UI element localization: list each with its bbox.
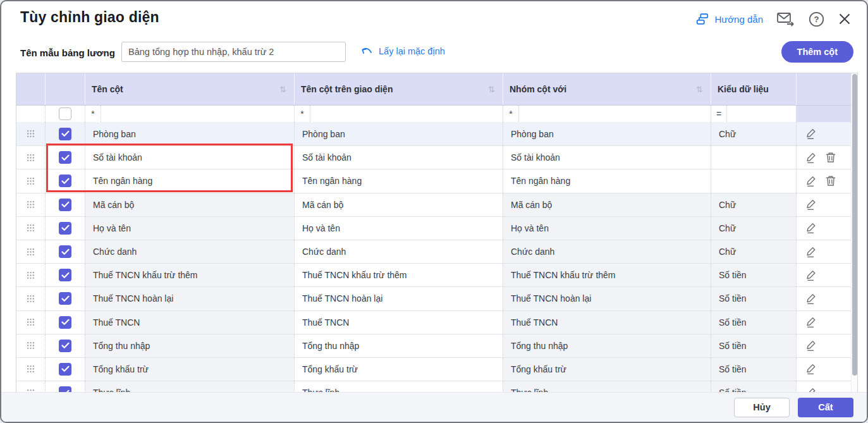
cancel-button[interactable]: Hủy <box>734 398 790 417</box>
drag-handle[interactable] <box>16 169 45 192</box>
filter-operator[interactable]: * <box>503 109 518 119</box>
pencil-icon <box>805 222 817 234</box>
cell-ten-cot-giao-dien[interactable]: Phòng ban <box>294 122 503 145</box>
edit-button[interactable] <box>805 175 817 187</box>
dots-grid-icon <box>27 295 35 303</box>
table-row[interactable]: Chức danh Chức danh Chức danh Chữ <box>16 240 851 263</box>
edit-button[interactable] <box>805 128 817 140</box>
pencil-icon <box>805 316 817 328</box>
scrollbar-thumb[interactable] <box>852 74 857 376</box>
delete-button[interactable] <box>826 152 836 163</box>
vertical-scrollbar[interactable] <box>851 73 857 395</box>
delete-button[interactable] <box>826 175 836 187</box>
filter-input-kieu-du-lieu[interactable] <box>726 106 796 122</box>
row-checkbox[interactable] <box>59 199 71 211</box>
help-icon[interactable]: ? <box>809 11 824 27</box>
row-checkbox-cell <box>45 217 85 240</box>
edit-button[interactable] <box>805 199 817 211</box>
cell-nhom-cot-voi: Mã cán bộ <box>503 193 711 216</box>
check-icon <box>61 201 70 208</box>
edit-button[interactable] <box>805 340 817 352</box>
cell-ten-cot: Thuế TNCN hoàn lại <box>85 287 294 310</box>
save-button[interactable]: Cất <box>798 398 853 417</box>
trash-icon <box>826 152 836 163</box>
drag-handle[interactable] <box>16 264 45 286</box>
table-row[interactable]: Phòng ban Phòng ban Phòng ban Chữ <box>16 122 851 145</box>
close-icon[interactable] <box>838 12 852 26</box>
filter-input-nhom-cot-voi[interactable] <box>518 106 711 122</box>
table-row[interactable]: Thuế TNCN hoàn lại Thuế TNCN hoàn lại Th… <box>16 286 851 310</box>
cell-ten-cot-giao-dien[interactable]: Họ và tên <box>294 217 503 240</box>
check-icon <box>61 130 70 137</box>
reset-default-link[interactable]: Lấy lại mặc định <box>360 46 445 56</box>
row-checkbox-cell <box>45 311 85 334</box>
cell-kieu-du-lieu: Chữ <box>711 193 796 216</box>
column-header-nhom-cot-voi[interactable]: Nhóm cột với ⇅ <box>503 73 711 105</box>
drag-handle[interactable] <box>16 334 45 357</box>
cell-ten-cot-giao-dien[interactable]: Tên ngân hàng <box>294 169 503 192</box>
cell-ten-cot-giao-dien[interactable]: Thuế TNCN khấu trừ thêm <box>294 264 503 286</box>
drag-handle[interactable] <box>16 122 45 145</box>
table-row[interactable]: Họ và tên Họ và tên Họ và tên Chữ <box>16 216 851 240</box>
table-row[interactable]: Mã cán bộ Mã cán bộ Mã cán bộ Chữ <box>16 193 851 216</box>
cell-ten-cot-giao-dien[interactable]: Thuế TNCN <box>294 311 503 334</box>
column-header-ten-cot[interactable]: Tên cột ⇅ <box>85 73 294 105</box>
table-row[interactable]: Tổng khấu trừ Tổng khấu trừ Tổng khấu tr… <box>16 357 851 381</box>
table-row[interactable]: Tên ngân hàng Tên ngân hàng Tên ngân hàn… <box>16 169 851 192</box>
row-checkbox[interactable] <box>59 269 71 281</box>
guide-link[interactable]: Hướng dẫn <box>695 12 763 26</box>
row-checkbox[interactable] <box>59 222 71 235</box>
table-row[interactable]: Thuế TNCN khấu trừ thêm Thuế TNCN khấu t… <box>16 263 851 286</box>
table-row[interactable]: Tổng thu nhập Tổng thu nhập Tổng thu nhậ… <box>16 334 851 357</box>
cell-ten-cot-giao-dien[interactable]: Tổng thu nhập <box>294 334 503 357</box>
row-checkbox[interactable] <box>59 340 71 352</box>
table-row[interactable]: Số tài khoản Số tài khoản Số tài khoản <box>16 145 851 169</box>
drag-handle[interactable] <box>16 311 45 334</box>
drag-handle[interactable] <box>16 146 45 169</box>
send-feedback-icon[interactable] <box>776 11 795 27</box>
filter-operator[interactable]: * <box>295 109 310 119</box>
add-column-button[interactable]: Thêm cột <box>781 41 853 63</box>
edit-button[interactable] <box>805 152 817 164</box>
dialog-footer: Hủy Cất <box>1 392 867 422</box>
sort-icon[interactable]: ⇅ <box>488 85 495 94</box>
dots-grid-icon <box>27 341 35 350</box>
cell-ten-cot-giao-dien[interactable]: Số tài khoản <box>294 146 503 169</box>
column-header-ten-cot-giao-dien[interactable]: Tên cột trên giao diện ⇅ <box>294 73 503 105</box>
row-checkbox[interactable] <box>59 316 71 329</box>
cell-ten-cot: Thuế TNCN khấu trừ thêm <box>85 264 294 286</box>
pencil-icon <box>805 175 817 187</box>
cell-ten-cot-giao-dien[interactable]: Tổng khấu trừ <box>294 358 503 381</box>
table-row[interactable]: Thuế TNCN Thuế TNCN Thuế TNCN Số tiền <box>16 310 851 334</box>
filter-operator[interactable]: = <box>711 109 726 119</box>
cell-ten-cot-giao-dien[interactable]: Chức danh <box>294 240 503 263</box>
edit-button[interactable] <box>805 269 817 281</box>
drag-handle[interactable] <box>16 217 45 240</box>
row-checkbox[interactable] <box>59 292 71 305</box>
select-all-checkbox[interactable] <box>59 107 71 120</box>
sort-icon[interactable]: ⇅ <box>696 85 703 94</box>
filter-cell-kieu-du-lieu: = <box>711 106 796 122</box>
filter-input-ten-cot[interactable] <box>101 106 294 122</box>
drag-handle[interactable] <box>16 193 45 216</box>
edit-button[interactable] <box>805 363 817 375</box>
cell-ten-cot-giao-dien[interactable]: Thuế TNCN hoàn lại <box>294 287 503 310</box>
cell-ten-cot-giao-dien[interactable]: Mã cán bộ <box>294 193 503 216</box>
row-checkbox[interactable] <box>59 151 71 164</box>
row-checkbox[interactable] <box>59 175 71 187</box>
drag-handle[interactable] <box>16 358 45 381</box>
edit-button[interactable] <box>805 246 817 258</box>
filter-operator[interactable]: * <box>85 109 101 119</box>
edit-button[interactable] <box>805 293 817 305</box>
edit-button[interactable] <box>805 222 817 234</box>
edit-button[interactable] <box>805 316 817 328</box>
template-name-input[interactable] <box>121 42 346 62</box>
drag-handle[interactable] <box>16 287 45 310</box>
column-header-kieu-du-lieu[interactable]: Kiểu dữ liệu <box>711 73 796 105</box>
row-checkbox[interactable] <box>59 363 71 376</box>
drag-handle[interactable] <box>16 240 45 263</box>
row-checkbox[interactable] <box>59 245 71 258</box>
sort-icon[interactable]: ⇅ <box>279 85 286 94</box>
filter-input-ten-cot-giao-dien[interactable] <box>310 106 503 122</box>
row-checkbox[interactable] <box>59 128 71 140</box>
